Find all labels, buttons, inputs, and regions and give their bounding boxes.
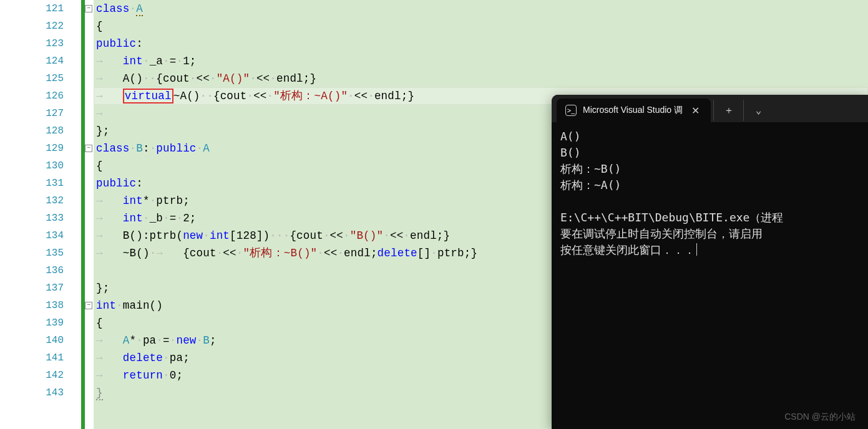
line-number: 139 [0, 314, 64, 332]
line-number: 127 [0, 105, 64, 122]
line-number: 133 [0, 210, 64, 227]
line-number: 123 [0, 35, 64, 52]
line-number: 132 [0, 192, 64, 210]
watermark: CSDN @云的小站 [784, 412, 856, 423]
terminal-cursor [696, 243, 697, 256]
terminal-titlebar[interactable]: >_ Microsoft Visual Studio 调 ✕ ＋ ⌄ [552, 95, 868, 122]
line-number: 122 [0, 17, 64, 35]
line-number: 129 [0, 140, 64, 157]
line-number: 141 [0, 349, 64, 367]
line-number: 136 [0, 262, 64, 279]
line-number: 134 [0, 227, 64, 244]
terminal-tab-actions: ＋ ⌄ [713, 95, 773, 122]
line-number: 124 [0, 52, 64, 70]
line-number: 131 [0, 175, 64, 192]
fold-column[interactable]: −−− [85, 0, 94, 429]
tab-dropdown-button[interactable]: ⌄ [743, 100, 773, 121]
terminal-tab-title: Microsoft Visual Studio 调 [583, 105, 683, 116]
code-line[interactable]: class·A [94, 0, 868, 17]
fold-toggle[interactable]: − [85, 302, 92, 309]
line-number: 140 [0, 332, 64, 349]
line-number: 135 [0, 244, 64, 262]
line-number: 137 [0, 279, 64, 297]
terminal-output-text: A() B() 析构：~B() 析构：~A() E:\C++\C++BIT\De… [560, 130, 790, 256]
fold-toggle[interactable]: − [85, 145, 92, 152]
line-number: 138 [0, 297, 64, 314]
new-tab-button[interactable]: ＋ [713, 100, 743, 121]
terminal-output[interactable]: A() B() 析构：~B() 析构：~A() E:\C++\C++BIT\De… [552, 122, 868, 429]
line-number: 128 [0, 122, 64, 140]
close-tab-icon[interactable]: ✕ [689, 105, 702, 117]
code-line[interactable]: → int·_a·=·1; [94, 52, 868, 70]
fold-toggle[interactable]: − [85, 5, 92, 12]
line-number: 125 [0, 70, 64, 87]
line-number-gutter: 1211221231241251261271281291301311321331… [0, 0, 81, 429]
line-number: 126 [0, 87, 64, 105]
terminal-app-icon: >_ [565, 105, 577, 116]
terminal-tab[interactable]: >_ Microsoft Visual Studio 调 ✕ [557, 99, 711, 122]
code-line[interactable]: public: [94, 35, 868, 52]
line-number: 142 [0, 367, 64, 384]
line-number: 130 [0, 157, 64, 175]
terminal-window: >_ Microsoft Visual Studio 调 ✕ ＋ ⌄ A() B… [552, 95, 868, 429]
line-number: 143 [0, 384, 64, 402]
chevron-down-icon: ⌄ [756, 104, 762, 117]
code-line[interactable]: → A()··{cout·<<·"A()"·<<·endl;} [94, 70, 868, 87]
line-number: 121 [0, 0, 64, 17]
code-line[interactable]: { [94, 17, 868, 35]
